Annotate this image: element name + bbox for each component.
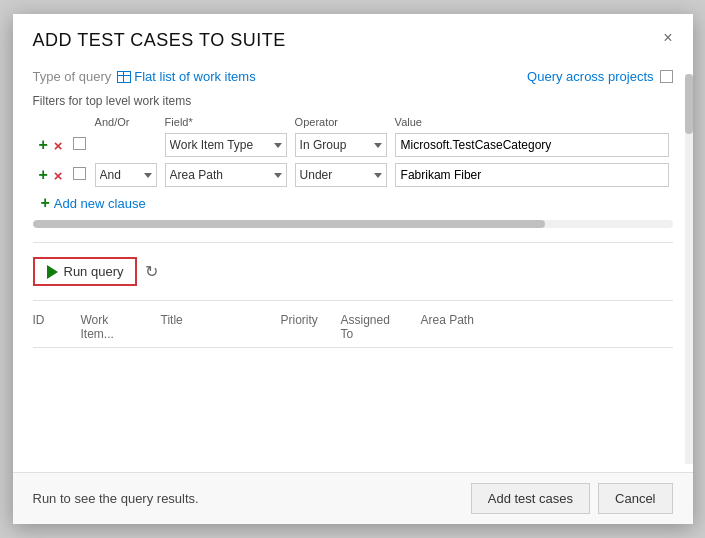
horizontal-scrollbar[interactable] [33, 220, 673, 228]
row1-value-cell[interactable] [391, 130, 673, 160]
dialog-body: Type of query Flat list of work items Qu… [13, 59, 693, 472]
row2-operator-cell[interactable]: Under [291, 160, 391, 190]
row1-operator-cell[interactable]: In Group [291, 130, 391, 160]
add-test-cases-dialog: ADD TEST CASES TO SUITE × Type of query … [13, 14, 693, 524]
row1-operator-select[interactable]: In Group [295, 133, 387, 157]
filter-row-1: + × Work Item Type [33, 130, 673, 160]
row1-value-input[interactable] [395, 133, 669, 157]
flat-list-link[interactable]: Flat list of work items [117, 69, 255, 84]
row1-actions: + × [33, 130, 69, 160]
row1-andor-cell [91, 130, 161, 160]
col-header-field: Field* [161, 114, 291, 130]
col-assigned-header: Assigned To [333, 311, 413, 343]
query-across-row: Query across projects [527, 69, 672, 84]
divider-2 [33, 300, 673, 301]
footer-message: Run to see the query results. [33, 491, 199, 506]
add-test-cases-button[interactable]: Add test cases [471, 483, 590, 514]
h-scrollbar-thumb[interactable] [33, 220, 545, 228]
footer-buttons: Add test cases Cancel [471, 483, 673, 514]
results-empty-area [33, 348, 673, 472]
play-icon [47, 265, 58, 279]
flat-list-label: Flat list of work items [134, 69, 255, 84]
col-header-check [69, 114, 91, 130]
row2-actions: + × [33, 160, 69, 190]
dialog-header: ADD TEST CASES TO SUITE × [13, 14, 693, 59]
row2-operator-select[interactable]: Under [295, 163, 387, 187]
row1-remove-button[interactable]: × [52, 138, 65, 153]
query-type-left: Type of query Flat list of work items [33, 69, 256, 84]
close-button[interactable]: × [663, 30, 672, 46]
col-priority-header: Priority [273, 311, 333, 343]
col-header-andor: And/Or [91, 114, 161, 130]
filter-row-2: + × And Or Ar [33, 160, 673, 190]
query-type-row: Type of query Flat list of work items Qu… [33, 59, 673, 90]
row2-value-cell[interactable] [391, 160, 673, 190]
add-clause-link[interactable]: Add new clause [54, 196, 146, 211]
row2-field-cell[interactable]: Area Path [161, 160, 291, 190]
add-clause-icon: + [41, 194, 50, 212]
run-query-button[interactable]: Run query [33, 257, 138, 286]
dialog-title: ADD TEST CASES TO SUITE [33, 30, 286, 51]
query-across-link[interactable]: Query across projects [527, 69, 653, 84]
row1-field-select[interactable]: Work Item Type [165, 133, 287, 157]
v-scrollbar-thumb[interactable] [685, 74, 693, 134]
row2-remove-button[interactable]: × [52, 168, 65, 183]
col-title-header: Title [153, 311, 273, 343]
col-header-operator: Operator [291, 114, 391, 130]
row2-check-cell [69, 160, 91, 190]
results-header: ID Work Item... Title Priority Assigned … [33, 307, 673, 348]
row1-add-button[interactable]: + [37, 137, 50, 153]
row1-check-cell [69, 130, 91, 160]
divider-1 [33, 242, 673, 243]
row1-field-cell[interactable]: Work Item Type [161, 130, 291, 160]
row1-action-btns: + × [37, 137, 65, 153]
row2-checkbox[interactable] [73, 167, 86, 180]
row2-add-button[interactable]: + [37, 167, 50, 183]
col-area-header: Area Path [413, 311, 673, 343]
row2-andor-select[interactable]: And Or [95, 163, 157, 187]
filter-table: And/Or Field* Operator Value [33, 114, 673, 190]
redo-icon[interactable]: ↻ [145, 262, 158, 281]
row1-checkbox[interactable] [73, 137, 86, 150]
run-query-label: Run query [64, 264, 124, 279]
col-header-actions [33, 114, 69, 130]
query-across-checkbox[interactable] [660, 70, 673, 83]
col-id-header: ID [33, 311, 73, 343]
row2-action-btns: + × [37, 167, 65, 183]
dialog-footer: Run to see the query results. Add test c… [13, 472, 693, 524]
col-header-value: Value [391, 114, 673, 130]
row2-value-input[interactable] [395, 163, 669, 187]
vertical-scrollbar[interactable] [685, 74, 693, 464]
cancel-button[interactable]: Cancel [598, 483, 672, 514]
run-query-section: Run query ↻ [33, 249, 673, 294]
add-clause-row[interactable]: + Add new clause [33, 190, 673, 212]
table-icon [117, 71, 131, 83]
row2-field-select[interactable]: Area Path [165, 163, 287, 187]
type-of-query-label: Type of query [33, 69, 112, 84]
row2-andor-cell[interactable]: And Or [91, 160, 161, 190]
col-workitem-header: Work Item... [73, 311, 153, 343]
filters-label: Filters for top level work items [33, 90, 673, 114]
